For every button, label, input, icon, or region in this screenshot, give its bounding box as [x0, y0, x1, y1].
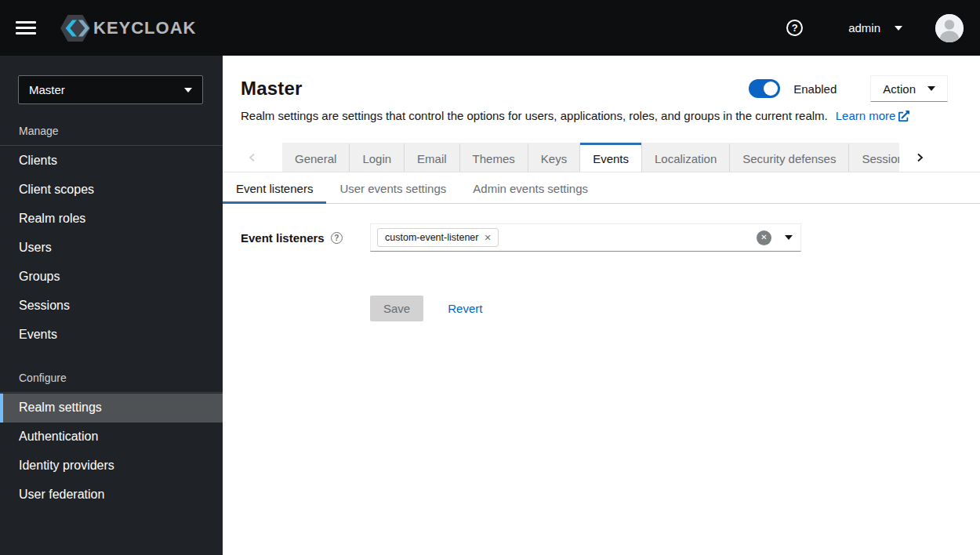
sidebar-item-label: Client scopes [19, 183, 94, 196]
tab-label: Email [417, 152, 447, 165]
sidebar-item-label: Users [19, 241, 52, 254]
subtab[interactable]: Event listeners [223, 172, 326, 204]
sidebar-section-title: Manage [0, 125, 223, 145]
realm-selector[interactable]: Master [18, 75, 203, 104]
sidebar-nav-list: Clients Client scopes Realm roles Users [0, 146, 223, 350]
help-circle-icon[interactable]: ? [331, 232, 343, 244]
sidebar-item-label: Sessions [19, 299, 70, 312]
brand-text: KEYCLOAK [93, 18, 196, 38]
subtab[interactable]: User events settings [326, 172, 459, 204]
external-link-icon [898, 111, 909, 122]
realm-selector-value: Master [29, 83, 65, 96]
enabled-toggle[interactable] [749, 79, 780, 98]
sidebar-section-configure: Configure Realm settings Authentication … [0, 372, 223, 510]
main-content: Master Enabled Action Realm settings are… [223, 56, 980, 555]
sidebar-item-label: Realm settings [19, 401, 102, 414]
chip-remove-icon[interactable]: ✕ [485, 234, 492, 242]
tab[interactable]: Sessions [849, 143, 899, 172]
sidebar-item[interactable]: Client scopes [0, 176, 223, 205]
tab[interactable]: General [282, 143, 350, 172]
tab-label: Login [362, 152, 391, 165]
subtab-label: User events settings [339, 182, 446, 195]
realm-description: Realm settings are settings that control… [241, 109, 828, 122]
help-icon[interactable]: ? [786, 20, 803, 36]
username: admin [848, 21, 880, 34]
hamburger-menu-icon[interactable] [16, 21, 36, 34]
action-dropdown-label: Action [883, 82, 916, 96]
tab-label: Security defenses [742, 152, 836, 165]
enabled-label: Enabled [793, 82, 837, 96]
sidebar-item[interactable]: Users [0, 234, 223, 263]
chevron-down-icon [895, 26, 902, 31]
keycloak-logo[interactable]: KEYCLOAK [59, 13, 196, 43]
chevron-down-icon[interactable] [785, 235, 793, 240]
sidebar-item-label: User federation [19, 488, 104, 501]
sidebar-item[interactable]: User federation [0, 481, 223, 510]
realm-header: Master Enabled Action Realm settings are… [223, 56, 980, 122]
sidebar-item-label: Identity providers [19, 459, 114, 472]
tab[interactable]: Events [580, 143, 641, 172]
chip-label: custom-event-listener [385, 232, 479, 243]
sidebar-item-label: Realm roles [19, 212, 85, 225]
revert-link[interactable]: Revert [448, 302, 482, 315]
tab-label: Sessions [862, 152, 899, 165]
tab-label: Themes [473, 152, 515, 165]
tab[interactable]: Keys [528, 143, 580, 172]
user-menu[interactable]: admin [848, 21, 902, 34]
sidebar-item[interactable]: Groups [0, 263, 223, 292]
event-listeners-multiselect[interactable]: custom-event-listener ✕ ✕ [370, 223, 801, 252]
top-header: KEYCLOAK ? admin [0, 0, 980, 56]
tab[interactable]: Login [350, 143, 405, 172]
sidebar-item[interactable]: Events [0, 321, 223, 350]
subtab-label: Event listeners [236, 182, 313, 195]
page-title: Master [241, 78, 303, 100]
person-icon [935, 14, 964, 42]
sidebar-item-label: Events [19, 328, 57, 341]
events-subtabs: Event listeners User events settings Adm… [223, 172, 980, 204]
sidebar-section-manage: Manage Clients Client scopes Realm roles [0, 125, 223, 350]
clear-all-icon[interactable]: ✕ [757, 230, 771, 245]
sidebar-nav-list: Realm settings Authentication Identity p… [0, 393, 223, 510]
tab[interactable]: Localization [641, 143, 730, 172]
subtab-label: Admin events settings [473, 182, 588, 195]
subtab[interactable]: Admin events settings [459, 172, 601, 204]
tab[interactable]: Security defenses [730, 143, 849, 172]
sidebar: Master Manage Clients Client scopes R [0, 56, 223, 555]
tab-label: Localization [655, 152, 717, 165]
chip: custom-event-listener ✕ [377, 228, 499, 247]
tab-scroll-right-button[interactable] [899, 143, 940, 172]
save-button[interactable]: Save [370, 296, 423, 321]
event-listeners-form: Event listeners ? custom-event-listener … [223, 204, 980, 321]
tab[interactable]: Themes [460, 143, 528, 172]
sidebar-item[interactable]: Realm settings [0, 394, 223, 423]
field-label: Event listeners [241, 231, 325, 245]
tab-label: General [295, 152, 336, 165]
sidebar-item-label: Clients [19, 154, 57, 167]
chevron-left-icon [247, 152, 258, 163]
keycloak-logo-icon [59, 13, 92, 43]
sidebar-item[interactable]: Authentication [0, 423, 223, 452]
sidebar-section-title: Configure [0, 372, 223, 392]
avatar[interactable] [935, 14, 964, 42]
sidebar-item[interactable]: Identity providers [0, 452, 223, 481]
tab-scroll-left-button[interactable] [223, 143, 282, 172]
learn-more-link[interactable]: Learn more [836, 109, 910, 122]
sidebar-item[interactable]: Realm roles [0, 205, 223, 234]
tab-label: Keys [541, 152, 567, 165]
chevron-down-icon [184, 88, 192, 92]
chevron-right-icon [914, 152, 925, 163]
tab-label: Events [593, 152, 629, 165]
sidebar-item[interactable]: Sessions [0, 292, 223, 321]
chevron-down-icon [927, 86, 935, 91]
action-dropdown[interactable]: Action [870, 75, 948, 102]
sidebar-item-label: Authentication [19, 430, 98, 443]
sidebar-item[interactable]: Clients [0, 147, 223, 176]
realm-settings-tabs: General Login Email Themes K [223, 143, 980, 172]
tab[interactable]: Email [405, 143, 460, 172]
sidebar-item-label: Groups [19, 270, 60, 283]
